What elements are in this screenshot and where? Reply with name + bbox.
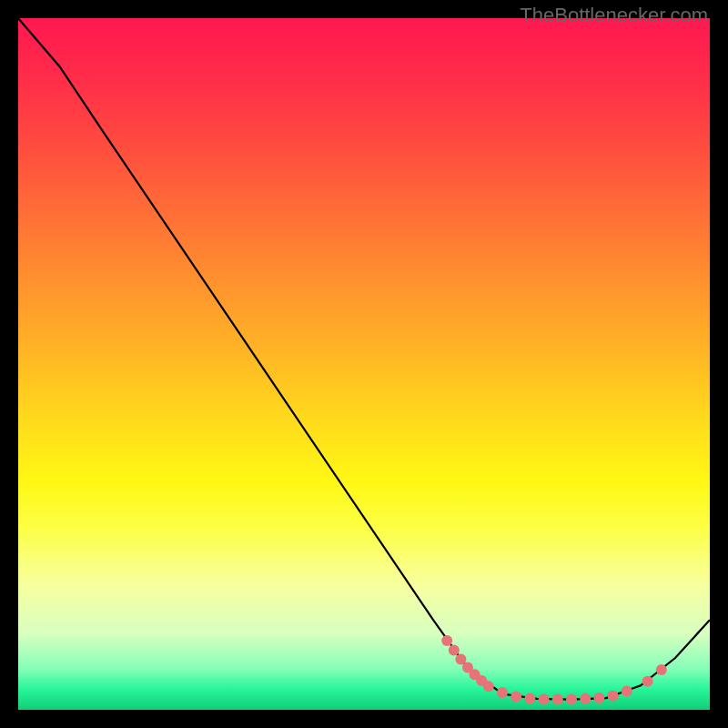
data-marker bbox=[552, 694, 563, 705]
data-marker bbox=[539, 694, 550, 705]
data-marker bbox=[622, 686, 632, 697]
data-marker bbox=[441, 635, 452, 646]
data-marker bbox=[642, 676, 653, 687]
data-marker bbox=[580, 693, 591, 704]
data-marker bbox=[593, 693, 604, 703]
data-marker bbox=[566, 694, 577, 705]
data-marker bbox=[449, 645, 460, 656]
data-marker bbox=[608, 691, 619, 702]
chart-svg bbox=[18, 18, 710, 710]
bottleneck-curve bbox=[18, 18, 710, 700]
chart-plot-area bbox=[18, 18, 710, 710]
marker-group bbox=[441, 635, 667, 705]
data-marker bbox=[497, 687, 508, 698]
data-marker bbox=[524, 693, 535, 704]
watermark-text: TheBottlenecker.com bbox=[520, 4, 708, 27]
data-marker bbox=[483, 681, 494, 692]
data-marker bbox=[511, 692, 521, 703]
data-marker bbox=[656, 664, 667, 675]
